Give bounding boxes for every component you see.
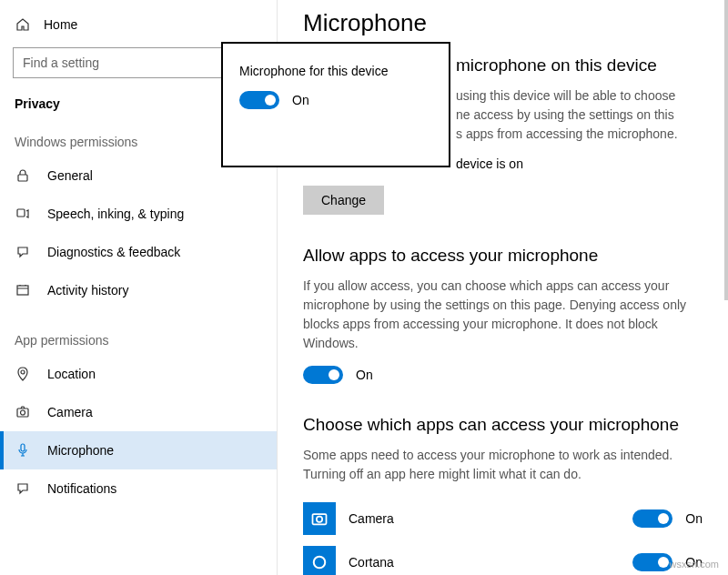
app-camera-toggle[interactable] (632, 509, 672, 528)
sidebar-item-label: Location (47, 367, 96, 381)
sidebar-item-label: General (47, 168, 93, 183)
section2-heading: Allow apps to access your microphone (303, 246, 703, 266)
svg-point-8 (317, 517, 322, 522)
svg-rect-4 (17, 409, 28, 417)
sidebar-item-diagnostics[interactable]: Diagnostics & feedback (0, 233, 277, 271)
lock-icon (15, 167, 31, 184)
device-access-state: On (292, 93, 309, 107)
home-link[interactable]: Home (0, 11, 277, 38)
camera-icon (15, 404, 31, 420)
section3-heading: Choose which apps can access your microp… (303, 415, 703, 435)
app-row-camera: Camera On (303, 497, 703, 540)
svg-rect-2 (17, 286, 28, 295)
sidebar-item-label: Activity history (47, 283, 128, 298)
svg-point-3 (21, 370, 25, 374)
popup-title: Microphone for this device (239, 64, 432, 78)
svg-point-5 (21, 410, 25, 415)
sidebar-item-microphone[interactable]: Microphone (0, 431, 277, 469)
feedback-icon (15, 244, 31, 260)
app-camera-icon (303, 502, 336, 535)
change-button[interactable]: Change (303, 186, 384, 215)
section3-desc: Some apps need to access your microphone… (303, 446, 703, 484)
microphone-icon (15, 442, 31, 459)
page-title: Microphone (303, 9, 703, 37)
sidebar-item-label: Speech, inking, & typing (47, 207, 184, 221)
app-name: Cortana (349, 555, 620, 570)
sidebar-item-activity[interactable]: Activity history (0, 271, 277, 309)
apps-access-toggle[interactable] (303, 366, 343, 384)
device-access-toggle[interactable] (239, 91, 279, 109)
sidebar-item-label: Camera (47, 405, 93, 419)
section1-heading: microphone on this device (456, 55, 703, 76)
home-label: Home (44, 17, 77, 32)
sidebar-item-location[interactable]: Location (0, 355, 277, 393)
sidebar-item-label: Notifications (47, 481, 116, 496)
svg-rect-0 (18, 175, 27, 181)
apps-access-state: On (356, 368, 373, 382)
section1-status: device is on (456, 156, 703, 171)
sidebar-item-camera[interactable]: Camera (0, 393, 277, 431)
section2-desc: If you allow access, you can choose whic… (303, 277, 703, 353)
sidebar-item-speech[interactable]: Speech, inking, & typing (0, 195, 277, 233)
sidebar-item-label: Microphone (47, 443, 114, 458)
scrollbar[interactable] (724, 0, 728, 300)
sidebar-item-label: Diagnostics & feedback (47, 245, 180, 259)
group-app-permissions: App permissions (0, 326, 277, 355)
app-cortana-toggle[interactable] (632, 553, 672, 571)
svg-rect-1 (17, 209, 25, 217)
section1-desc: using this device will be able to choose… (456, 86, 703, 144)
home-icon (15, 16, 31, 33)
sidebar-item-notifications[interactable]: Notifications (0, 469, 277, 508)
svg-rect-6 (21, 444, 25, 451)
notifications-icon (15, 480, 31, 497)
app-row-cortana: Cortana On (303, 540, 703, 575)
search-placeholder: Find a setting (23, 55, 99, 70)
app-cortana-icon (303, 546, 336, 575)
activity-icon (15, 282, 31, 298)
device-access-popup: Microphone for this device On (221, 42, 450, 167)
app-camera-state: On (685, 511, 703, 526)
app-name: Camera (349, 511, 620, 526)
watermark: wsxsn.com (670, 559, 719, 570)
location-icon (15, 366, 31, 382)
speech-icon (15, 206, 31, 222)
svg-point-9 (314, 557, 326, 569)
